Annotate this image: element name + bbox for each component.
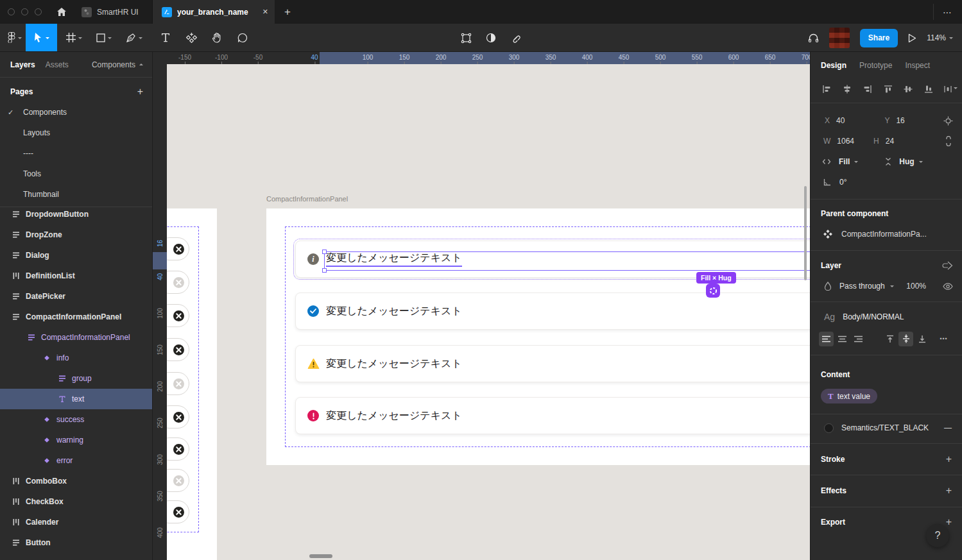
align-bottom-icon[interactable] [918,85,939,94]
text-tool-button[interactable] [153,24,178,51]
new-tab-button[interactable]: + [275,0,300,24]
overflow-menu-button[interactable]: ⋯ [934,0,962,24]
success-message-card[interactable]: 変更したメッセージテキスト [295,293,810,330]
dismiss-pill-button[interactable] [167,469,189,492]
audio-call-icon[interactable] [808,33,819,44]
vertical-align-middle-icon[interactable] [898,332,913,346]
window-close-icon[interactable] [8,8,15,15]
hand-tool-button[interactable] [204,24,230,51]
text-style-name[interactable]: Body/M/NORMAL [843,312,904,321]
parent-component-row[interactable]: CompactInformationPa... [811,225,962,243]
dismiss-pill-button[interactable] [167,271,189,294]
page-row-thumbnail[interactable]: Thumbnail [0,184,152,205]
dismiss-pill-button[interactable] [167,237,189,260]
layer-row-checkbox[interactable]: CheckBox [0,491,152,512]
page-row-----[interactable]: ---- [0,143,152,164]
add-export-button[interactable]: + [946,516,952,528]
layer-row-compactinformationpanel[interactable]: CompactInformationPanel [0,327,152,348]
layer-row-dialog[interactable]: Dialog [0,245,152,266]
visibility-eye-icon[interactable] [943,283,953,290]
help-button[interactable]: ? [926,524,949,547]
tab-close-icon[interactable]: ✕ [262,8,268,16]
dismiss-pill-button[interactable] [167,405,189,428]
message-text[interactable]: 変更したメッセージテキスト [326,357,462,371]
layer-row-datepicker[interactable]: DatePicker [0,286,152,307]
tab-smarthr-ui[interactable]: SmartHR UI [73,0,153,24]
warning-message-card[interactable]: 変更したメッセージテキスト [295,345,810,382]
mask-icon[interactable] [486,33,496,43]
color-swatch[interactable] [824,423,834,433]
opacity-value[interactable]: 100% [906,282,926,291]
dismiss-pill-button[interactable] [167,338,189,361]
parent-component-name[interactable]: CompactInformationPa... [841,230,927,239]
blend-mode-value[interactable]: Pass through [839,282,885,291]
vertical-align-bottom-icon[interactable] [915,332,929,346]
type-details-button[interactable]: ⋯ [940,334,948,343]
layer-row-compactinformationpanel[interactable]: CompactInformationPanel [0,307,152,327]
layer-row-text[interactable]: text [0,389,152,409]
chevron-down-icon[interactable] [890,285,894,289]
message-text[interactable]: 変更したメッセージテキスト [326,409,462,423]
y-value[interactable]: 16 [896,116,904,125]
align-horizontal-center-icon[interactable] [837,85,857,94]
constrain-proportions-icon[interactable] [945,136,952,146]
chevron-down-icon[interactable] [854,161,858,165]
main-menu-button[interactable] [0,24,26,51]
align-right-icon[interactable] [857,85,878,94]
add-stroke-button[interactable]: + [946,454,952,465]
page-row-layouts[interactable]: Layouts [0,123,152,143]
text-align-left-icon[interactable] [819,332,834,346]
horizontal-resizing-value[interactable]: Fill [839,157,850,166]
text-align-right-icon[interactable] [851,332,866,346]
layer-row-warning[interactable]: warning [0,430,152,450]
align-vertical-center-icon[interactable] [898,85,918,94]
layer-row-group[interactable]: group [0,368,152,389]
layer-row-button[interactable]: Button [0,532,152,553]
tab-prototype[interactable]: Prototype [859,61,892,70]
align-left-icon[interactable] [816,85,837,94]
shape-tool-button[interactable] [92,24,116,51]
dismiss-pill-button[interactable] [167,372,189,395]
canvas-vertical-scrollbar[interactable] [804,186,807,280]
text-style-row[interactable]: Ag Body/M/NORMAL [811,308,962,326]
component-tool-button[interactable] [178,24,204,51]
layer-row-success[interactable]: success [0,409,152,430]
layer-row-error[interactable]: error [0,450,152,471]
dismiss-pill-button[interactable] [167,500,189,523]
layer-row-combobox[interactable]: ComboBox [0,471,152,491]
home-button[interactable] [51,0,73,24]
layer-row-calender[interactable]: Calender [0,512,152,532]
rotation-value[interactable]: 0° [839,178,846,187]
message-text[interactable]: 変更したメッセージテキスト [326,251,462,267]
align-top-icon[interactable] [878,85,898,94]
distribute-icon[interactable] [939,85,962,94]
tab-inspect[interactable]: Inspect [905,61,930,70]
x-value[interactable]: 40 [836,116,845,125]
comment-tool-button[interactable] [230,24,255,51]
layer-row-dropdownbutton[interactable]: DropdownButton [0,207,152,225]
frame-tool-button[interactable] [62,24,86,51]
message-text[interactable]: 変更したメッセージテキスト [326,305,462,318]
layer-row-dropzone[interactable]: DropZone [0,225,152,245]
present-icon[interactable] [908,33,916,43]
vertical-resizing-value[interactable]: Hug [899,157,914,166]
edit-object-icon[interactable] [461,33,472,44]
layer-row-definitionlist[interactable]: DefinitionList [0,266,152,286]
auto-layout-button[interactable] [706,284,720,298]
window-minimize-icon[interactable] [21,8,28,15]
vertical-align-top-icon[interactable] [882,332,897,346]
crosshair-icon[interactable] [943,116,953,126]
layer-row-info[interactable]: info [0,348,152,368]
share-button[interactable]: Share [860,29,898,47]
fill-style-name[interactable]: Semantics/TEXT_BLACK [841,423,929,432]
tab-assets[interactable]: Assets [46,60,69,69]
window-controls[interactable] [0,0,51,24]
canvas[interactable]: CompactInformationPanel i 変更したメッセージテキスト [167,64,810,560]
chevron-down-icon[interactable] [919,161,923,165]
page-row-components[interactable]: ✓Components [0,102,152,123]
content-text-chip[interactable]: T text value [821,389,877,403]
text-align-center-icon[interactable] [835,332,850,346]
link-icon[interactable] [510,33,521,44]
error-message-card[interactable]: 変更したメッセージテキスト [295,397,810,434]
h-value[interactable]: 24 [886,137,894,146]
